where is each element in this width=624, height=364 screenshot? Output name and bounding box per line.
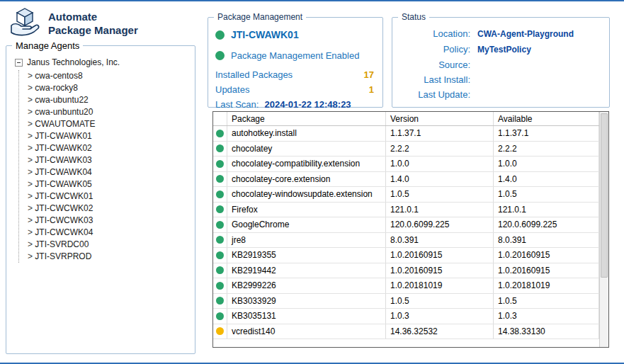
package-status-dot-icon [216,282,224,290]
app-logo-area: Automate Package Manager [8,7,138,40]
available-column-header[interactable]: Available [494,112,599,125]
packages-table-panel: Package Version Available autohotkey.ins… [212,111,609,348]
tree-item-agent[interactable]: JTI-CWAWK03 [28,154,189,166]
tree-item-agent[interactable]: JTI-SVRDC00 [28,239,189,251]
package-status-dot-icon [216,144,224,152]
package-name-cell: Firefox [227,203,386,217]
package-table-body: autohotkey.install1.1.37.11.1.37.1chocol… [213,126,599,339]
package-name-cell: KB3033929 [227,294,386,309]
available-cell: 1.4.0 [494,172,599,187]
installed-packages-count: 17 [364,69,374,80]
tree-item-agent[interactable]: JTI-CWCWK03 [28,215,189,227]
status-dot-cell [213,278,227,293]
package-status-dot-icon [216,251,224,259]
app-window: Automate Package Manager Manage Agents J… [0,0,624,364]
available-cell: 1.0.20160915 [494,263,599,278]
status-column-header[interactable] [213,112,227,125]
updates-row: Updates 1 [215,84,374,95]
package-name-cell: chocolatey-compatibility.extension [227,157,386,171]
status-panel-title: Status [398,12,429,22]
table-row[interactable]: Firefox121.0.1121.0.1 [213,203,599,218]
last-scan-value: 2024-01-22 12:48:23 [264,99,351,110]
version-cell: 1.0.20181019 [386,278,494,293]
app-title-line2: Package Manager [48,23,138,37]
pm-enabled-text: Package Management Enabled [231,50,359,61]
package-status-dot-icon [216,327,224,335]
table-row[interactable]: chocolatey2.2.22.2.2 [213,142,599,157]
table-header-row: Package Version Available [213,112,599,126]
package-status-dot-icon [216,205,224,213]
tree-item-agent[interactable]: cwa-rocky8 [28,82,189,94]
available-cell: 1.0.20160915 [494,248,599,263]
tree-item-agent[interactable]: JTI-CWCWK02 [28,203,189,215]
tree-item-agent[interactable]: JTI-CWCWK04 [28,227,189,239]
tree-item-agent[interactable]: JTI-CWCWK01 [28,190,189,203]
tree-item-agent[interactable]: JTI-CWAWK04 [28,166,189,178]
table-row[interactable]: chocolatey-core.extension1.4.01.4.0 [213,172,599,188]
tree-item-agent[interactable]: cwa-centos8 [28,70,189,82]
table-row[interactable]: chocolatey-compatibility.extension1.0.01… [213,157,599,172]
package-status-dot-icon [216,160,224,168]
package-name-cell: KB2919442 [227,263,386,278]
status-dot-cell [213,172,227,187]
table-scrollbar[interactable] [599,112,608,347]
selected-agent-name: JTI-CWAWK01 [231,29,299,40]
version-cell: 1.0.5 [386,187,494,202]
table-row[interactable]: jre88.0.3918.0.391 [213,233,599,249]
status-dot-cell [213,142,227,157]
manage-agents-panel: Manage Agents Janus Technologies, Inc. c… [6,45,195,354]
version-cell: 2.2.2 [386,142,494,157]
version-cell: 1.0.0 [386,157,494,171]
tree-root-label[interactable]: Janus Technologies, Inc. [27,57,120,67]
package-name-cell: autohotkey.install [227,126,386,141]
manage-agents-title: Manage Agents [12,40,83,51]
package-name-cell: chocolatey-core.extension [227,172,386,187]
version-cell: 1.0.20160915 [386,263,494,278]
package-column-header[interactable]: Package [227,112,386,125]
version-cell: 1.0.3 [386,309,494,324]
scrollbar-thumb[interactable] [601,113,608,278]
pm-enabled-dot-icon [215,51,225,60]
package-name-cell: GoogleChrome [227,217,386,232]
tree-item-agent[interactable]: cwa-ubuntu22 [28,94,189,106]
tree-item-agent[interactable]: JTI-CWAWK05 [28,178,189,190]
version-cell: 1.0.20160915 [386,248,494,263]
tree-collapse-icon[interactable] [15,59,23,67]
available-cell: 14.38.33130 [494,324,599,339]
status-dot-cell [213,248,227,263]
last-scan-label: Last Scan: [215,99,259,110]
tree-item-agent[interactable]: CWAUTOMATE [28,118,189,130]
table-row[interactable]: KB29992261.0.201810191.0.20181019 [213,278,599,294]
table-row[interactable]: KB30351311.0.31.0.3 [213,309,599,324]
agent-status-dot-icon [215,30,225,40]
tree-item-agent[interactable]: JTI-CWAWK01 [28,130,189,142]
tree-root-row[interactable]: Janus Technologies, Inc. [15,57,189,67]
table-row[interactable]: KB29194421.0.201609151.0.20160915 [213,263,599,279]
table-row[interactable]: GoogleChrome120.0.6099.225120.0.6099.225 [213,217,599,233]
package-name-cell: chocolatey-windowsupdate.extension [227,187,386,202]
available-cell: 1.1.37.1 [494,126,599,141]
selected-agent-row: JTI-CWAWK01 [215,29,374,40]
status-dot-cell [213,294,227,309]
pm-enabled-row: Package Management Enabled [215,50,374,61]
version-column-header[interactable]: Version [386,112,494,125]
table-row[interactable]: chocolatey-windowsupdate.extension1.0.51… [213,187,599,203]
status-row-last-update: Last Update: [399,87,602,102]
app-title-line1: Automate [48,10,138,23]
location-value: CWA-Agent-Playground [477,27,574,42]
status-dot-cell [213,309,227,324]
tree-item-agent[interactable]: cwa-unbuntu20 [28,106,189,118]
available-cell: 1.0.0 [494,157,599,171]
table-row[interactable]: vcredist14014.36.3253214.38.33130 [213,324,599,340]
status-dot-cell [213,126,227,141]
status-dot-cell [213,217,227,232]
package-hand-logo-icon [8,7,41,40]
table-row[interactable]: KB29193551.0.201609151.0.20160915 [213,248,599,263]
tree-item-agent[interactable]: JTI-SVRPROD [28,251,189,263]
tree-item-agent[interactable]: JTI-CWAWK02 [28,142,189,154]
table-row[interactable]: KB30339291.0.51.0.5 [213,294,599,309]
table-row[interactable]: autohotkey.install1.1.37.11.1.37.1 [213,126,599,142]
available-cell: 2.2.2 [494,142,599,157]
available-cell: 120.0.6099.225 [494,217,599,232]
package-status-dot-icon [216,190,224,198]
